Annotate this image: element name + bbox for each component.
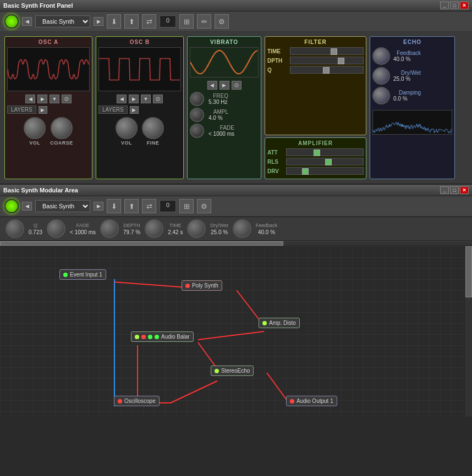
oscilloscope-node[interactable]: Oscilloscope (114, 396, 160, 406)
vibrato-gear[interactable]: ⚙ (232, 81, 242, 90)
amp-drv-slider[interactable] (286, 167, 364, 175)
echo-damping-knob[interactable] (372, 87, 390, 104)
amp-drv-label: DRV (267, 168, 283, 174)
stereo-echo-node[interactable]: StereoEcho (211, 366, 254, 376)
echo-drywet-knob[interactable] (372, 67, 390, 85)
osc-b-down[interactable]: ▼ (141, 95, 151, 103)
echo-drywet-group: Dry/Wet 25.0 % (393, 70, 421, 82)
filter-q-slider[interactable] (290, 66, 364, 74)
strip-drywet-value: 25.0 % (211, 229, 228, 235)
compare-btn[interactable]: ⇄ (142, 14, 156, 29)
next-preset-btn[interactable]: ▶ (94, 17, 103, 26)
modular-next-btn[interactable]: ▶ (94, 202, 103, 211)
modular-minimize-btn[interactable]: _ (440, 186, 449, 194)
osc-b-gear[interactable]: ⚙ (153, 95, 163, 103)
osc-b-fine-label: FINE (147, 140, 160, 146)
amp-att-row: ATT (267, 148, 364, 156)
hscroll-thumb[interactable] (0, 241, 283, 246)
modular-close-btn[interactable]: ✕ (460, 186, 469, 194)
strip-fade-label: FADE (76, 223, 90, 228)
vscroll-thumb[interactable] (465, 246, 472, 297)
vibrato-fade-knob[interactable] (190, 124, 204, 138)
modular-compare-btn[interactable]: ⇄ (142, 199, 156, 213)
strip-drywet-knob[interactable] (187, 219, 206, 238)
modular-preset-dropdown[interactable]: Basic Synth (35, 200, 90, 212)
osc-a-title: OSC A (7, 39, 90, 45)
audio-balance-dot3 (148, 335, 152, 339)
front-panel-titlebar: Basic Synth Front Panel _ □ ✕ (0, 0, 472, 12)
stereo-echo-dot (215, 369, 219, 373)
strip-fade-knob[interactable] (47, 219, 65, 238)
modular-toolbar: ◀ Basic Synth ▶ ⬇ ⬆ ⇄ 0 ⊞ ⚙ (0, 196, 472, 217)
osc-b-prev[interactable]: ◀ (117, 95, 127, 103)
osc-b-fine-knob[interactable] (142, 117, 164, 139)
osc-a-layers-expand[interactable]: ▶ (39, 106, 47, 114)
echo-feedback-label: Feedback (393, 50, 421, 56)
modular-settings-btn[interactable]: ⚙ (197, 199, 211, 213)
minimize-btn[interactable]: _ (440, 2, 449, 9)
close-btn[interactable]: ✕ (460, 2, 469, 9)
edit-btn[interactable]: ✏ (197, 14, 211, 29)
osc-b-next[interactable]: ▶ (129, 95, 139, 103)
modular-power-btn[interactable] (4, 199, 19, 213)
poly-synth-node[interactable]: Poly Synth (182, 280, 222, 291)
settings-btn[interactable]: ⚙ (215, 14, 229, 29)
restore-btn[interactable]: □ (450, 2, 459, 9)
osc-a-ctrl-row: ◀ ▶ ▼ ⚙ (7, 95, 90, 103)
vibrato-ampl-knob[interactable] (190, 108, 204, 122)
modular-counter: 0 (160, 200, 176, 212)
amp-disto-node[interactable]: Amp. Disto (259, 318, 300, 328)
strip-fade-param: FADE < 1000 ms (70, 223, 96, 235)
modular-canvas[interactable]: Event Input 1 Poly Synth Amp. Disto Audi… (0, 246, 472, 417)
audio-output-node[interactable]: Audio Output 1 (286, 396, 337, 406)
vertical-scrollbar[interactable] (465, 246, 472, 417)
layout-btn[interactable]: ⊞ (179, 14, 194, 29)
strip-depth-knob[interactable] (100, 219, 119, 238)
osc-a-next[interactable]: ▶ (37, 95, 47, 103)
load-btn[interactable]: ⬆ (124, 14, 139, 29)
vibrato-waveform (190, 47, 259, 78)
event-input-node[interactable]: Event Input 1 (59, 269, 106, 280)
amp-rls-slider[interactable] (286, 158, 364, 165)
horizontal-scrollbar[interactable] (0, 241, 472, 246)
audio-balance-node[interactable]: Audio Balar (131, 331, 194, 342)
vibrato-prev[interactable]: ◀ (207, 81, 217, 90)
preset-dropdown[interactable]: Basic Synth (35, 15, 90, 27)
strip-time-knob[interactable] (145, 219, 163, 238)
prev-preset-btn[interactable]: ◀ (22, 17, 32, 26)
echo-feedback-value: 40.0 % (393, 56, 421, 62)
vibrato-next[interactable]: ▶ (219, 81, 229, 90)
vibrato-ampl-group: AMPL 4.0 % (208, 109, 228, 121)
osc-b-vol-knob[interactable] (116, 117, 138, 139)
modular-prev-btn[interactable]: ◀ (22, 202, 32, 211)
filter-time-slider[interactable] (290, 47, 364, 55)
filter-dpth-label: DPTH (267, 58, 287, 64)
osc-b-layers: LAYERS ▶ (98, 106, 181, 114)
osc-a-coarse-knob[interactable] (51, 117, 73, 139)
filter-dpth-slider[interactable] (290, 57, 364, 64)
osc-a-down[interactable]: ▼ (50, 95, 59, 103)
strip-feedback-label: Feedback (256, 223, 278, 228)
oscilloscope-label: Oscilloscope (124, 398, 156, 404)
modular-restore-btn[interactable]: □ (450, 186, 459, 194)
osc-a-gear[interactable]: ⚙ (62, 95, 72, 103)
amp-att-slider[interactable] (286, 148, 364, 156)
power-button[interactable] (4, 14, 19, 29)
echo-feedback-knob[interactable] (372, 47, 390, 65)
strip-q-param: Q 0.723 (29, 223, 42, 235)
vibrato-freq-group: FREQ 5.30 Hz (208, 93, 228, 105)
save-btn[interactable]: ⬇ (107, 14, 121, 29)
vibrato-freq-knob[interactable] (190, 92, 204, 106)
strip-time-label: TIME (169, 223, 182, 228)
osc-a-prev[interactable]: ◀ (25, 95, 35, 103)
vibrato-freq-row: FREQ 5.30 Hz (190, 92, 259, 106)
osc-b-layers-expand[interactable]: ▶ (130, 106, 139, 114)
modular-layout-btn[interactable]: ⊞ (179, 199, 194, 213)
osc-a-vol-knob[interactable] (24, 117, 46, 139)
modular-save-btn[interactable]: ⬇ (107, 199, 121, 213)
strip-time-value: 2.42 s (168, 229, 183, 235)
strip-feedback-knob[interactable] (233, 219, 251, 238)
echo-damping-label: Damping (393, 90, 421, 96)
modular-load-btn[interactable]: ⬆ (124, 199, 139, 213)
strip-q-knob[interactable] (6, 219, 24, 238)
